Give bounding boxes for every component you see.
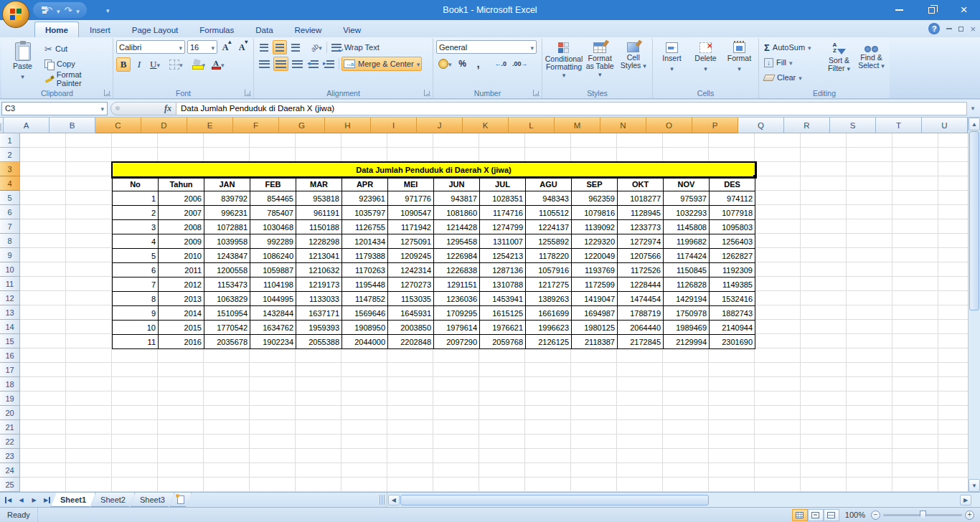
cell[interactable]: 7 — [113, 277, 159, 292]
cell[interactable]: 1270273 — [388, 277, 434, 292]
find-select-button[interactable]: Find &Select — [856, 40, 887, 87]
cell[interactable]: 1254213 — [480, 249, 526, 263]
cell[interactable]: 1229320 — [572, 234, 618, 249]
customize-qat-button[interactable] — [106, 6, 110, 14]
formula-input[interactable]: Data Jumlah Penduduk di Daerah X (jiwa) — [176, 102, 967, 115]
italic-button[interactable]: I — [132, 57, 146, 72]
cell[interactable]: 1081860 — [434, 206, 480, 220]
cell[interactable]: 1226984 — [434, 249, 480, 263]
column-header-R[interactable]: R — [784, 118, 830, 133]
cell[interactable]: 1201434 — [342, 234, 388, 249]
increase-indent-button[interactable] — [322, 57, 336, 71]
cell[interactable]: 1275091 — [388, 234, 434, 249]
cell[interactable]: 1126828 — [664, 277, 710, 292]
header-cell-nov[interactable]: NOV — [664, 177, 710, 191]
next-sheet-button[interactable] — [29, 495, 39, 506]
cell[interactable]: 1295458 — [434, 234, 480, 249]
cell[interactable]: 2012 — [159, 277, 204, 292]
delete-cells-button[interactable]: Delete — [689, 40, 722, 87]
increase-decimal-button[interactable]: ←.0 — [493, 57, 509, 71]
row-header-6[interactable]: 6 — [0, 205, 20, 219]
cell[interactable]: 4 — [113, 234, 159, 249]
cell[interactable]: 2006 — [159, 191, 204, 206]
restore-button[interactable] — [915, 0, 948, 20]
insert-function-button[interactable]: fx — [164, 103, 171, 114]
column-header-M[interactable]: M — [555, 118, 600, 133]
tab-split-handle[interactable] — [380, 495, 385, 505]
cell[interactable]: 1057916 — [526, 263, 572, 277]
close-button[interactable] — [948, 0, 980, 20]
cut-button[interactable]: Cut — [42, 42, 110, 56]
cell[interactable]: 2118387 — [572, 335, 618, 349]
cell[interactable]: 1228444 — [618, 277, 664, 292]
cell[interactable]: 1615125 — [480, 306, 526, 321]
sheet-tab-sheet3[interactable]: Sheet3 — [131, 493, 174, 507]
cell[interactable]: 1224137 — [526, 220, 572, 234]
cell[interactable]: 971776 — [388, 191, 434, 206]
cell[interactable]: 2035678 — [204, 335, 250, 349]
cell[interactable]: 992289 — [250, 234, 296, 249]
cell[interactable]: 2044000 — [342, 335, 388, 349]
row-header-11[interactable]: 11 — [0, 277, 20, 291]
bold-button[interactable]: B — [116, 57, 131, 72]
cell[interactable]: 2202848 — [388, 335, 434, 349]
row-header-24[interactable]: 24 — [0, 463, 20, 478]
font-name-combo[interactable]: Calibri — [116, 40, 185, 54]
column-header-F[interactable]: F — [233, 118, 279, 133]
zoom-slider-track[interactable] — [883, 514, 962, 516]
cell[interactable]: 1 — [113, 191, 159, 206]
align-middle-button[interactable] — [273, 40, 287, 54]
conditional-formatting-button[interactable]: ConditionalFormatting — [545, 40, 583, 87]
normal-view-button[interactable] — [792, 509, 808, 521]
cell[interactable]: 2129994 — [664, 335, 710, 349]
cell[interactable]: 1661699 — [526, 306, 572, 321]
cell[interactable]: 1996623 — [526, 321, 572, 335]
cell[interactable]: 1979614 — [434, 321, 480, 335]
accounting-format-button[interactable] — [436, 57, 454, 71]
scroll-right-button[interactable]: ▶ — [960, 495, 971, 506]
vertical-scroll-track[interactable] — [969, 311, 980, 479]
cell[interactable]: 1242314 — [388, 263, 434, 277]
wrap-text-button[interactable]: Wrap Text — [329, 40, 382, 54]
tab-home[interactable]: Home — [34, 22, 79, 37]
scroll-up-button[interactable]: ▲ — [969, 118, 980, 130]
cell[interactable]: 1429194 — [664, 292, 710, 306]
cell[interactable]: 2126125 — [526, 335, 572, 349]
scroll-down-button[interactable]: ▼ — [969, 479, 980, 492]
cell[interactable]: 1030468 — [250, 220, 296, 234]
row-header-17[interactable]: 17 — [0, 363, 20, 377]
clipboard-dialog-launcher[interactable] — [104, 90, 110, 96]
cell[interactable]: 2003850 — [388, 321, 434, 335]
cell-styles-button[interactable]: CellStyles — [618, 40, 650, 87]
align-bottom-button[interactable] — [288, 40, 303, 54]
row-header-10[interactable]: 10 — [0, 262, 20, 277]
cell[interactable]: 923961 — [342, 191, 388, 206]
cell[interactable]: 1032293 — [664, 206, 710, 220]
cell[interactable]: 1133033 — [296, 292, 342, 306]
header-cell-tahun[interactable]: Tahun — [159, 177, 204, 191]
cell[interactable]: 1105512 — [526, 206, 572, 220]
cell[interactable]: 975937 — [664, 191, 710, 206]
column-header-S[interactable]: S — [830, 118, 876, 133]
page-layout-view-button[interactable] — [808, 509, 824, 521]
cell[interactable]: 1453941 — [480, 292, 526, 306]
header-cell-jul[interactable]: JUL — [480, 177, 526, 191]
cell[interactable]: 1882743 — [710, 306, 755, 321]
cell[interactable]: 1195448 — [342, 277, 388, 292]
column-header-A[interactable]: A — [4, 118, 50, 133]
workbook-minimize-button[interactable] — [946, 28, 952, 29]
cell[interactable]: 1637171 — [296, 306, 342, 321]
cell[interactable]: 1172599 — [572, 277, 618, 292]
cell[interactable]: 962359 — [572, 191, 618, 206]
cell[interactable]: 2301690 — [710, 335, 755, 349]
row-header-4[interactable]: 4 — [0, 176, 20, 191]
cell[interactable]: 854465 — [250, 191, 296, 206]
cell[interactable]: 1908950 — [342, 321, 388, 335]
cell[interactable]: 10 — [113, 321, 159, 335]
cell[interactable]: 1989469 — [664, 321, 710, 335]
cell[interactable]: 2010 — [159, 249, 204, 263]
autosum-button[interactable]: ΣAutoSum — [762, 40, 822, 54]
cell[interactable]: 1139092 — [572, 220, 618, 234]
tab-view[interactable]: View — [332, 22, 372, 37]
column-header-N[interactable]: N — [600, 118, 646, 133]
